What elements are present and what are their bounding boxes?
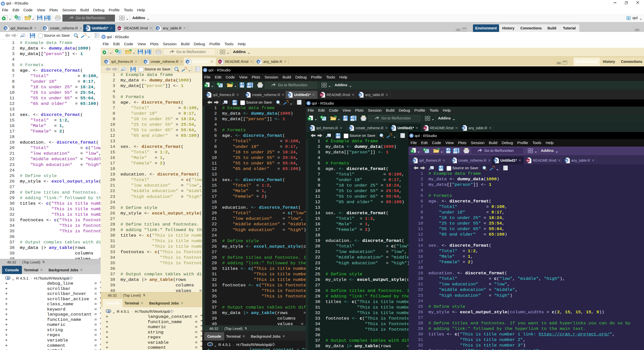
- svg-text:R: R: [453, 159, 455, 162]
- svg-text:R: R: [463, 126, 465, 130]
- svg-text:R: R: [118, 51, 120, 54]
- svg-text:R: R: [107, 310, 110, 314]
- svg-text:R: R: [44, 27, 47, 30]
- svg-text:R: R: [426, 150, 428, 153]
- svg-text:Rmd: Rmd: [118, 28, 122, 29]
- svg-text:R: R: [628, 17, 630, 20]
- svg-text:R: R: [7, 276, 10, 280]
- svg-text:R: R: [413, 159, 416, 162]
- svg-text:R: R: [86, 27, 89, 30]
- svg-text:R: R: [220, 84, 222, 87]
- svg-text:R: R: [145, 60, 147, 64]
- svg-text:R: R: [5, 27, 7, 30]
- svg-text:Rmd: Rmd: [320, 94, 324, 96]
- svg-text:R: R: [157, 27, 159, 30]
- svg-text:R: R: [187, 60, 189, 64]
- svg-text:R: R: [105, 60, 108, 64]
- svg-text:R: R: [18, 17, 19, 20]
- svg-text:R: R: [288, 93, 291, 97]
- svg-text:R: R: [566, 159, 568, 162]
- svg-text:Rmd: Rmd: [424, 127, 427, 129]
- svg-text:R: R: [310, 126, 313, 130]
- svg-text:R: R: [246, 93, 249, 97]
- svg-text:R: R: [323, 117, 325, 120]
- svg-text:Rmd: Rmd: [527, 160, 530, 161]
- svg-text:R: R: [392, 126, 394, 130]
- svg-text:R: R: [350, 126, 352, 130]
- svg-text:R: R: [258, 60, 260, 64]
- svg-text:R: R: [359, 93, 362, 97]
- svg-text:R: R: [207, 93, 210, 97]
- svg-text:Rmd: Rmd: [219, 61, 222, 63]
- svg-text:R: R: [209, 343, 212, 347]
- svg-text:R: R: [495, 159, 497, 162]
